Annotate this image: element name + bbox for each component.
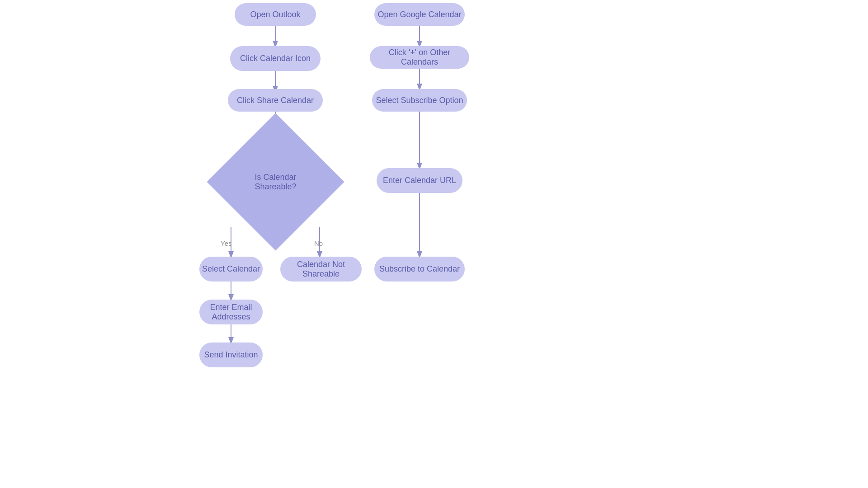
click-calendar-icon-node: Click Calendar Icon	[230, 46, 321, 71]
send-invitation-label: Send Invitation	[204, 350, 258, 360]
click-share-calendar-node: Click Share Calendar	[228, 89, 323, 112]
arrows-svg	[0, 0, 868, 488]
calendar-not-shareable-label: Calendar Not Shareable	[280, 260, 362, 279]
open-google-label: Open Google Calendar	[377, 10, 461, 19]
open-google-node: Open Google Calendar	[374, 3, 465, 26]
select-subscribe-node: Select Subscribe Option	[372, 89, 467, 112]
no-label: No	[314, 239, 323, 247]
enter-url-node: Enter Calendar URL	[377, 168, 462, 193]
enter-email-node: Enter Email Addresses	[199, 300, 263, 324]
enter-email-label: Enter Email Addresses	[199, 303, 263, 322]
enter-url-label: Enter Calendar URL	[383, 176, 456, 185]
select-subscribe-label: Select Subscribe Option	[376, 96, 463, 105]
open-outlook-node: Open Outlook	[235, 3, 316, 26]
select-calendar-node: Select Calendar	[199, 257, 263, 282]
is-shareable-label: Is Calendar Shareable?	[235, 173, 316, 192]
click-share-calendar-label: Click Share Calendar	[237, 96, 314, 105]
open-outlook-label: Open Outlook	[250, 10, 300, 19]
click-other-label: Click '+' on Other Calendars	[370, 48, 469, 67]
is-shareable-diamond: Is Calendar Shareable?	[207, 113, 344, 250]
click-other-calendars-node: Click '+' on Other Calendars	[370, 46, 469, 69]
click-calendar-icon-label: Click Calendar Icon	[240, 54, 311, 63]
subscribe-node: Subscribe to Calendar	[374, 257, 465, 282]
select-calendar-label: Select Calendar	[202, 264, 260, 274]
yes-label: Yes	[221, 239, 231, 247]
calendar-not-shareable-node: Calendar Not Shareable	[280, 257, 362, 282]
send-invitation-node: Send Invitation	[199, 343, 263, 367]
flowchart: Open Outlook Click Calendar Icon Click S…	[0, 0, 868, 488]
subscribe-label: Subscribe to Calendar	[379, 264, 460, 274]
